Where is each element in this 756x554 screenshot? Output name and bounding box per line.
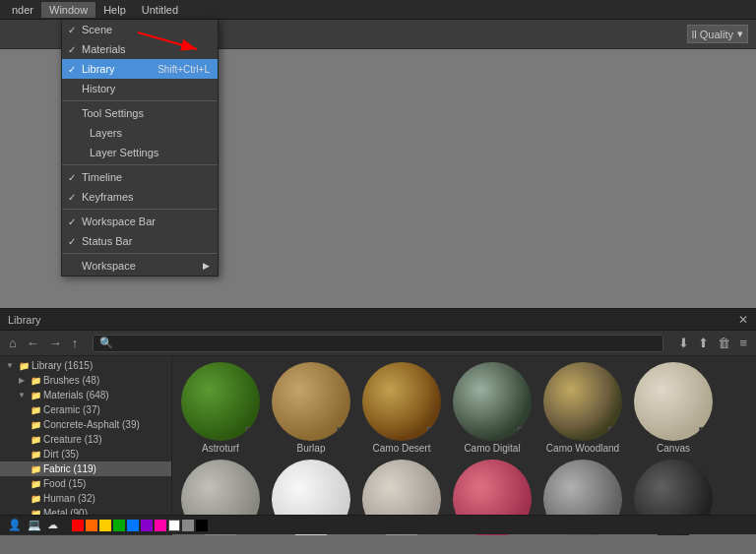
menu-tool-settings[interactable]: Tool Settings [62,103,218,123]
separator-1 [62,100,218,101]
material-camo-desert[interactable]: ☁ Camo Desert [357,360,446,456]
search-icon: 🔍 [99,337,113,349]
library-body: ▼ 📁 Library (1615) ▶ 📁 Brushes (48) ▼ 📁 … [0,356,756,535]
tree-item-concrete[interactable]: 📁 Concrete-Asphalt (39) [0,417,171,432]
menu-materials[interactable]: Materials [62,39,218,59]
material-checkbox-canvas[interactable] [699,427,711,439]
status-monitor-icon: 💻 [28,519,41,531]
workspace-arrow-icon: ▶ [203,261,210,271]
quality-dropdown-arrow-icon: ▾ [737,28,743,40]
swatch-pink[interactable] [155,520,166,531]
menu-layer-settings[interactable]: Layer Settings [62,143,218,162]
material-label-astroturf: Astroturf [178,443,263,454]
swatch-red[interactable] [72,520,84,531]
separator-3 [62,209,218,210]
tree-item-human[interactable]: 📁 Human (32) [0,491,171,506]
cloud-icon-camo-desert: ☁ [430,364,439,374]
menu-render[interactable]: nder [4,2,41,18]
swatch-yellow[interactable] [99,520,111,531]
swatch-orange[interactable] [86,520,97,531]
material-checkbox-burlap[interactable] [337,427,348,439]
library-toolbar: ⌂ ← → ↑ 🔍 ⬇ ⬆ 🗑 ≡ [0,331,756,356]
tree-item-food[interactable]: 📁 Food (15) [0,476,171,491]
cloud-icon-carpet: ☁ [249,462,258,471]
material-sphere-camo-digital: ☁ [453,362,532,441]
window-dropdown-menu: Scene Materials Library Shift+Ctrl+L His… [61,20,219,277]
cloud-icon-camo-digital: ☁ [521,364,530,374]
library-panel: Library ✕ ⌂ ← → ↑ 🔍 ⬇ ⬆ 🗑 ≡ [0,308,756,534]
quality-select[interactable]: ll Quality ▾ [687,25,748,43]
swatch-purple[interactable] [141,520,153,531]
status-cloud-icon: ☁ [47,519,58,531]
library-forward-button[interactable]: → [46,334,65,352]
library-titlebar: Library ✕ [0,309,756,331]
material-label-canvas: Canvas [631,443,716,454]
library-panel-title: Library [8,314,41,326]
library-view-button[interactable]: ≡ [736,334,750,352]
material-checkbox-camo-desert[interactable] [427,427,439,439]
library-status-bar: 👤 💻 ☁ [0,515,756,534]
swatch-blue[interactable] [127,520,139,531]
material-sphere-astroturf: ☁ [181,362,260,441]
status-person-icon: 👤 [8,519,22,531]
menu-status-bar[interactable]: Status Bar [62,231,218,251]
menu-workspace[interactable]: Workspace ▶ [62,256,218,276]
materials-grid: ☁ Astroturf ☁ Burlap ☁ [172,356,756,535]
material-sphere-canvas: ☁ [634,362,713,441]
material-checkbox[interactable] [246,427,258,439]
material-burlap[interactable]: ☁ Burlap [267,360,355,456]
separator-2 [62,164,218,165]
tree-item-materials[interactable]: ▼ 📁 Materials (648) [0,388,171,402]
tree-item-library-root[interactable]: ▼ 📁 Library (1615) [0,358,171,373]
tree-item-brushes[interactable]: ▶ 📁 Brushes (48) [0,373,171,388]
swatch-green[interactable] [113,520,125,531]
separator-4 [62,253,218,254]
material-sphere-camo-desert: ☁ [362,362,441,441]
library-close-button[interactable]: ✕ [738,313,748,327]
library-up-button[interactable]: ↑ [69,334,82,352]
tree-item-dirt[interactable]: 📁 Dirt (35) [0,447,171,462]
tree-item-ceramic[interactable]: 📁 Ceramic (37) [0,402,171,417]
swatch-white[interactable] [168,520,180,531]
tree-panel: ▼ 📁 Library (1615) ▶ 📁 Brushes (48) ▼ 📁 … [0,356,172,535]
search-input[interactable] [117,338,657,349]
menu-workspace-bar[interactable]: Workspace Bar [62,212,218,231]
cloud-icon-canvas: ☁ [702,364,711,374]
material-sphere-burlap: ☁ [272,362,350,441]
material-label-camo-woodland: Camo Woodland [540,443,625,454]
menu-help[interactable]: Help [95,2,134,18]
material-checkbox-camo-woodland[interactable] [608,427,620,439]
material-checkbox-camo-digital[interactable] [518,427,530,439]
library-share-button[interactable]: ⬆ [695,334,712,352]
tree-item-creature[interactable]: 📁 Creature (13) [0,432,171,447]
cloud-icon: ☁ [249,364,258,374]
material-label-camo-digital: Camo Digital [450,443,535,454]
material-astroturf[interactable]: ☁ Astroturf [176,360,265,456]
menu-timeline[interactable]: Timeline [62,167,218,187]
menu-layers[interactable]: Layers [62,123,218,143]
color-swatches [72,520,208,531]
material-label-camo-desert: Camo Desert [359,443,444,454]
library-delete-button[interactable]: 🗑 [715,334,733,352]
menu-untitled[interactable]: Untitled [134,2,186,18]
material-camo-digital[interactable]: ☁ Camo Digital [448,360,536,456]
library-shortcut: Shift+Ctrl+L [158,64,210,75]
tree-item-fabric[interactable]: 📁 Fabric (119) [0,462,171,476]
menu-history[interactable]: History [62,79,218,98]
quality-label: ll Quality [692,29,733,40]
menu-scene[interactable]: Scene [62,20,218,39]
material-camo-woodland[interactable]: ☁ Camo Woodland [538,360,627,456]
menu-window[interactable]: Window [41,2,95,18]
swatch-gray[interactable] [182,520,194,531]
menu-bar: nder Window Help Untitled [0,0,756,20]
swatch-black[interactable] [196,520,208,531]
library-home-button[interactable]: ⌂ [6,334,20,352]
material-label-burlap: Burlap [269,443,353,454]
menu-library[interactable]: Library Shift+Ctrl+L [62,59,218,79]
search-box: 🔍 [93,335,663,352]
library-back-button[interactable]: ← [24,334,42,352]
material-canvas[interactable]: ☁ Canvas [629,360,718,456]
material-sphere-camo-woodland: ☁ [543,362,622,441]
menu-keyframes[interactable]: Keyframes [62,187,218,207]
library-download-button[interactable]: ⬇ [675,334,692,352]
